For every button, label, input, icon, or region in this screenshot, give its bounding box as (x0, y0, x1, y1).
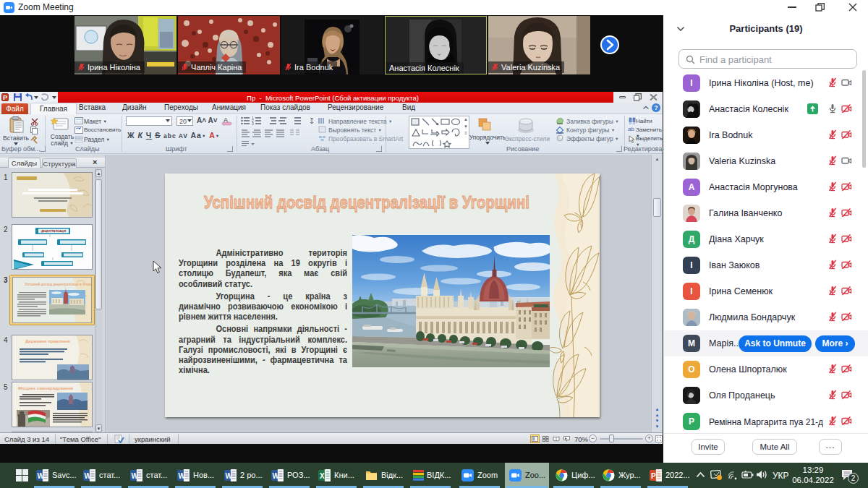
svg-text:P: P (651, 472, 656, 480)
svg-text:3: 3 (252, 121, 254, 125)
svg-text:X: X (320, 472, 325, 480)
svg-text:Місцеве самоврядування: Місцеве самоврядування (18, 386, 74, 390)
svg-text:Успішний досвід децентралізаці: Успішний досвід децентралізації в Угорщи… (25, 282, 92, 286)
svg-text:ДЕЦЕНТРАЛІЗАЦІЯ: ДЕЦЕНТРАЛІЗАЦІЯ (41, 230, 66, 233)
svg-text:A: A (224, 116, 228, 124)
svg-text:Державне правління: Державне правління (25, 339, 70, 343)
